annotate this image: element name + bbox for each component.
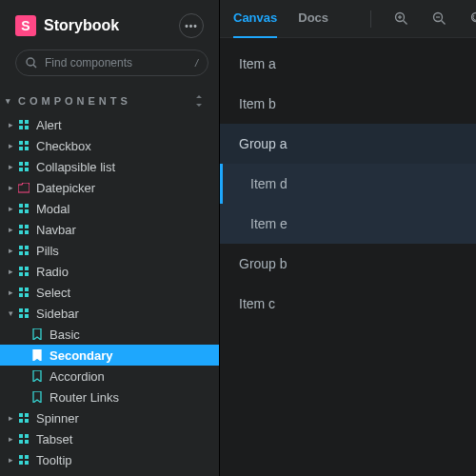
svg-rect-19 — [25, 225, 29, 228]
tree-node-datepicker[interactable]: ▸Datepicker — [0, 177, 219, 198]
section-title: COMPONENTS — [18, 95, 131, 107]
svg-rect-47 — [25, 455, 29, 459]
storybook-logo-icon: S — [15, 15, 36, 36]
svg-rect-17 — [25, 209, 29, 213]
story-label: Basic — [50, 327, 80, 342]
svg-rect-22 — [19, 246, 23, 249]
menu-button[interactable]: ••• — [179, 13, 204, 38]
svg-rect-4 — [19, 126, 23, 129]
chevron-right-icon: ▸ — [6, 246, 15, 255]
preview-item-a[interactable]: Item a — [220, 44, 476, 84]
brand-name: Storybook — [44, 17, 171, 34]
tree-node-radio[interactable]: ▸Radio — [0, 261, 219, 282]
tree-node-alert[interactable]: ▸Alert — [0, 114, 219, 135]
chevron-right-icon: ▸ — [6, 455, 15, 465]
tree-node-tooltip[interactable]: ▸Tooltip — [0, 449, 219, 470]
chevron-right-icon: ▸ — [6, 141, 15, 150]
tree-node-collapsible-list[interactable]: ▸Collapsible list — [0, 156, 219, 177]
tab-canvas[interactable]: Canvas — [233, 0, 277, 38]
tree-node-sidebar[interactable]: ▾Sidebar — [0, 303, 219, 324]
preview-group-b[interactable]: Group b — [220, 244, 476, 284]
svg-rect-2 — [19, 120, 23, 124]
svg-line-51 — [403, 21, 407, 25]
story-basic[interactable]: Basic — [0, 324, 219, 345]
component-icon — [17, 411, 30, 425]
tree-node-label: Alert — [36, 118, 62, 132]
zoom-reset-icon[interactable] — [468, 10, 476, 28]
svg-rect-49 — [25, 461, 29, 465]
story-secondary[interactable]: Secondary — [0, 345, 219, 366]
svg-rect-14 — [19, 204, 23, 208]
storybook-sidebar: S Storybook ••• / ▾ COMPONENTS ▸Alert▸Ch… — [0, 0, 219, 476]
bookmark-icon — [30, 348, 44, 362]
search-row: / — [0, 50, 219, 89]
tree-node-spinner[interactable]: ▸Spinner — [0, 407, 219, 428]
tree-node-label: Tooltip — [36, 453, 72, 467]
chevron-right-icon: ▸ — [6, 267, 15, 276]
story-router-links[interactable]: Router Links — [0, 387, 219, 407]
tree-node-label: Pills — [36, 244, 59, 258]
preview-item-d[interactable]: Item d — [220, 164, 476, 204]
tree-node-label: Modal — [36, 202, 69, 216]
story-accordion[interactable]: Accordion — [0, 366, 219, 387]
bookmark-icon — [30, 390, 44, 404]
component-icon — [17, 432, 30, 446]
tree-node-select[interactable]: ▸Select — [0, 282, 219, 303]
svg-rect-10 — [19, 162, 23, 166]
svg-rect-16 — [19, 209, 23, 213]
svg-rect-23 — [25, 246, 29, 249]
component-tree: ▸Alert▸Checkbox▸Collapsible list▸Datepic… — [0, 114, 219, 476]
folder-icon — [17, 181, 30, 194]
zoom-in-icon[interactable] — [392, 10, 409, 28]
svg-rect-7 — [25, 141, 29, 145]
section-header-components[interactable]: ▾ COMPONENTS — [0, 89, 219, 114]
tree-node-modal[interactable]: ▸Modal — [0, 198, 219, 219]
svg-rect-33 — [25, 293, 29, 297]
svg-rect-5 — [25, 126, 29, 129]
search-input[interactable] — [45, 56, 188, 69]
ellipsis-icon: ••• — [185, 21, 198, 31]
story-label: Secondary — [50, 348, 112, 363]
chevron-right-icon: ▸ — [6, 413, 15, 423]
svg-rect-21 — [25, 230, 29, 234]
tree-node-label: Datepicker — [36, 181, 95, 195]
zoom-out-icon[interactable] — [430, 10, 447, 28]
tree-node-tabset[interactable]: ▸Tabset — [0, 428, 219, 449]
tree-node-label: Sidebar — [36, 307, 79, 321]
tab-docs[interactable]: Docs — [298, 0, 328, 38]
svg-point-0 — [27, 58, 34, 66]
svg-rect-37 — [25, 314, 29, 318]
svg-rect-36 — [19, 314, 23, 318]
tree-node-navbar[interactable]: ▸Navbar — [0, 219, 219, 240]
svg-rect-41 — [25, 419, 29, 423]
svg-rect-6 — [19, 141, 23, 145]
component-icon — [17, 139, 30, 152]
preview-item-label: Item e — [250, 216, 288, 231]
tree-node-label: Spinner — [36, 411, 79, 426]
svg-rect-38 — [19, 413, 23, 417]
svg-rect-32 — [19, 293, 23, 297]
preview-group-a[interactable]: Group a — [220, 124, 476, 164]
story-label: Accordion — [50, 369, 105, 384]
tree-node-label: Tabset — [36, 432, 72, 446]
tree-node-label: Radio — [36, 265, 69, 279]
preview-item-e[interactable]: Item e — [220, 204, 476, 244]
chevron-down-icon: ▾ — [6, 96, 14, 106]
svg-rect-45 — [25, 440, 29, 444]
component-icon — [17, 160, 30, 173]
svg-line-1 — [33, 65, 36, 68]
component-icon — [17, 244, 30, 257]
component-icon — [17, 265, 30, 278]
search-input-wrapper[interactable]: / — [15, 50, 208, 76]
preview-item-label: Item a — [239, 56, 276, 71]
preview-item-b[interactable]: Item b — [220, 84, 476, 124]
preview-item-label: Item c — [239, 296, 275, 311]
bookmark-icon — [30, 369, 44, 383]
tree-node-checkbox[interactable]: ▸Checkbox — [0, 135, 219, 156]
tree-node-pills[interactable]: ▸Pills — [0, 240, 219, 261]
search-shortcut-hint: / — [195, 57, 198, 69]
expand-collapse-icon[interactable] — [194, 95, 204, 107]
toolbar-separator — [370, 10, 371, 28]
preview-item-c[interactable]: Item c — [220, 284, 476, 324]
tree-node-label: Select — [36, 286, 70, 300]
